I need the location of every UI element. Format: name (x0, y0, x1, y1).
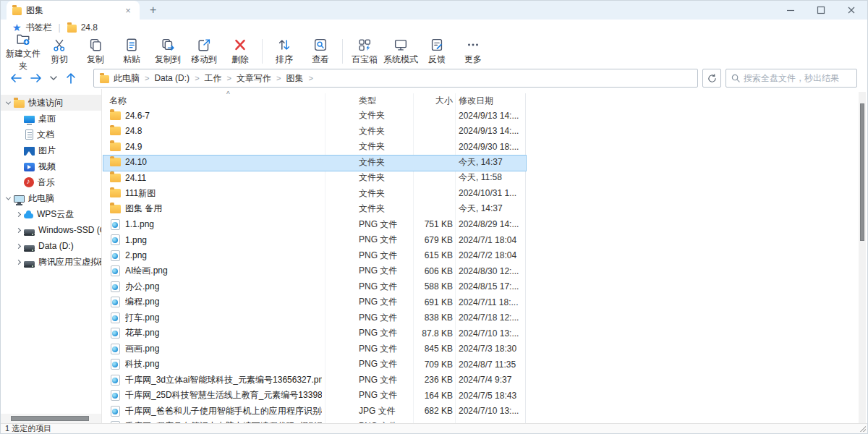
breadcrumb-folder-icon (100, 75, 109, 83)
maximize-button[interactable] (811, 2, 831, 18)
file-row[interactable]: 千库网_25D科技智慧生活线上教育_元素编号13398121.pngPNG 文件… (102, 388, 867, 404)
sidebar-item-文档[interactable]: 文档 (1, 127, 101, 142)
sidebar-horizontal-scrollbar[interactable] (1, 414, 101, 423)
history-dropdown-icon[interactable] (48, 70, 59, 86)
file-date: 2024/8/30 12:... (459, 266, 519, 276)
forward-icon[interactable] (28, 70, 44, 86)
breadcrumb-segment[interactable]: 工作 (205, 72, 222, 85)
toolbar-button-sort[interactable]: 排序 (266, 36, 302, 67)
sidebar-item-快速访问[interactable]: 快速访问 (1, 95, 101, 111)
toolbar-button-copy[interactable]: 复制 (77, 36, 114, 67)
toolbar-button-toolbox[interactable]: 百宝箱 (346, 36, 383, 67)
toolbar-button-system-mode[interactable]: 系统模式 (383, 36, 419, 67)
file-row[interactable]: 1.pngPNG 文件679 KB2024/7/1 18:04 (102, 232, 867, 248)
sidebar-item-音乐[interactable]: 音乐 (1, 174, 101, 190)
column-header-size[interactable]: 大小 (413, 95, 453, 107)
file-row[interactable]: 111新图文件夹2024/10/31 1... (102, 186, 867, 202)
breadcrumb-segment[interactable]: 此电脑 (114, 72, 140, 85)
new-tab-button[interactable]: + (150, 1, 156, 20)
toolbar-button-new-folder[interactable]: 新建文件夹 (5, 36, 41, 67)
toolbar-button-label: 粘贴 (123, 54, 140, 66)
bookmark-item-24-8[interactable]: 24.8 (81, 22, 98, 33)
file-type: PNG 文件 (359, 234, 397, 246)
file-type: PNG 文件 (359, 420, 397, 423)
toolbar-button-view[interactable]: 查看 (302, 36, 339, 67)
file-list-vertical-scrollbar[interactable] (859, 92, 866, 423)
sidebar-item-腾讯应用宝虚拟磁盘 (T:[interactable]: 腾讯应用宝虚拟磁盘 (T: (1, 254, 101, 270)
image-file-icon (109, 281, 121, 292)
search-input[interactable] (744, 73, 851, 83)
tab-gallery[interactable]: 图集 × (7, 1, 140, 20)
sidebar-item-Windows-SSD (C:)[interactable]: Windows-SSD (C:) (1, 222, 101, 238)
toolbar-button-more[interactable]: 更多 (455, 36, 491, 67)
new-folder-icon (15, 31, 31, 47)
sidebar-item-Data (D:)[interactable]: Data (D:) (1, 238, 101, 254)
refresh-button[interactable] (702, 69, 721, 88)
chevron-right-icon[interactable] (16, 211, 21, 216)
file-row[interactable]: 24.6-7文件夹2024/9/13 14:... (102, 108, 867, 124)
file-row[interactable]: 花草.pngPNG 文件87.8 KB2024/7/10 13:... (102, 326, 867, 341)
document-icon (25, 129, 33, 140)
file-row[interactable]: 千库网_爸爸和儿子使用智能手机上的应用程序识别植物。_摄影图编号1841217.… (102, 404, 867, 420)
file-row[interactable]: 24.11文件夹今天, 11:58 (102, 170, 867, 186)
sort-ascending-icon[interactable]: ^ (226, 90, 230, 98)
file-row[interactable]: 编程.pngPNG 文件691 KB2024/7/11 18:... (102, 294, 867, 310)
folder-icon (14, 100, 25, 108)
status-bar: 1 选定的项目 (1, 423, 867, 433)
sidebar-item-视频[interactable]: 视频 (1, 158, 101, 174)
file-row[interactable]: 2.pngPNG 文件615 KB2024/7/2 18:04 (102, 248, 867, 264)
chevron-right-icon[interactable] (16, 243, 21, 248)
search-box[interactable] (726, 69, 857, 88)
toolbar-button-move-to[interactable]: 移动到 (186, 36, 222, 67)
file-row[interactable]: 画画.pngPNG 文件845 KB2024/7/3 18:30 (102, 341, 867, 357)
file-row[interactable]: 图集 备用文件夹今天, 14:37 (102, 201, 867, 217)
toolbar-button-delete[interactable]: 删除 (222, 36, 258, 67)
file-row[interactable]: 打车.pngPNG 文件838 KB2024/7/18 12:... (102, 310, 867, 326)
file-row[interactable]: 千库网_3d立体ai智能球科技_元素编号13656327.pngPNG 文件23… (102, 373, 867, 388)
file-row[interactable]: 1.1.pngPNG 文件751 KB2024/8/29 14:... (102, 217, 867, 233)
column-header-date[interactable]: 修改日期 (459, 95, 493, 107)
column-header-name[interactable]: 名称 (109, 95, 127, 107)
folder-icon (109, 203, 121, 215)
file-size: 751 KB (413, 219, 453, 229)
column-header-type[interactable]: 类型 (359, 95, 376, 107)
file-row[interactable]: AI绘画.pngPNG 文件606 KB2024/8/30 12:... (102, 263, 867, 279)
file-row[interactable]: 24.8文件夹2024/9/13 14:... (102, 124, 867, 140)
toolbar-button-label: 更多 (464, 54, 482, 66)
breadcrumb-segment[interactable]: 文章写作 (237, 72, 271, 85)
file-row[interactable]: 办公.pngPNG 文件588 KB2024/8/15 17:... (102, 279, 867, 295)
back-icon[interactable] (8, 70, 24, 86)
file-row[interactable]: 科技.pngPNG 文件709 KB2024/8/7 11:35 (102, 357, 867, 373)
sidebar-item-图片[interactable]: 图片 (1, 142, 101, 158)
chevron-right-icon[interactable] (16, 259, 21, 264)
file-type: 文件夹 (359, 171, 385, 184)
sidebar-item-此电脑[interactable]: 此电脑 (1, 190, 101, 206)
up-icon[interactable] (63, 70, 79, 86)
minimize-button[interactable] (780, 2, 801, 18)
file-list-scrollbar-thumb[interactable] (860, 103, 864, 241)
resize-grip[interactable] (860, 426, 866, 432)
chevron-down-icon[interactable] (6, 99, 11, 104)
breadcrumb-segment[interactable]: Data (D:) (154, 73, 190, 83)
image-file-icon (109, 374, 121, 386)
sidebar-item-WPS云盘[interactable]: WPS云盘 (1, 206, 101, 222)
file-type: PNG 文件 (359, 281, 397, 293)
sidebar-item-label: 腾讯应用宝虚拟磁盘 (T: (38, 256, 101, 268)
file-row[interactable]: 24.9文件夹2024/9/30 18:... (102, 139, 867, 155)
chevron-down-icon[interactable] (6, 195, 11, 200)
sidebar-item-桌面[interactable]: 桌面 (1, 111, 101, 127)
file-date: 今天, 14:37 (459, 156, 503, 169)
chevron-right-icon[interactable] (16, 227, 21, 232)
toolbar-button-feedback[interactable]: 反馈 (419, 36, 455, 67)
breadcrumb[interactable]: 此电脑>Data (D:)>工作>文章写作>图集> (93, 69, 698, 88)
toolbar-button-cut[interactable]: 剪切 (41, 36, 77, 67)
breadcrumb-segment[interactable]: 图集 (286, 72, 303, 85)
toolbar-button-copy-to[interactable]: 复制到 (150, 36, 186, 67)
sidebar-scrollbar-thumb[interactable] (11, 416, 89, 421)
tab-close-icon[interactable]: × (122, 5, 134, 16)
delete-icon (232, 37, 248, 53)
close-button[interactable] (841, 2, 861, 18)
toolbar-button-paste[interactable]: 粘贴 (114, 36, 150, 67)
file-row-selected[interactable]: 24.10文件夹今天, 14:37 (102, 155, 867, 171)
image-file-icon (109, 359, 121, 370)
